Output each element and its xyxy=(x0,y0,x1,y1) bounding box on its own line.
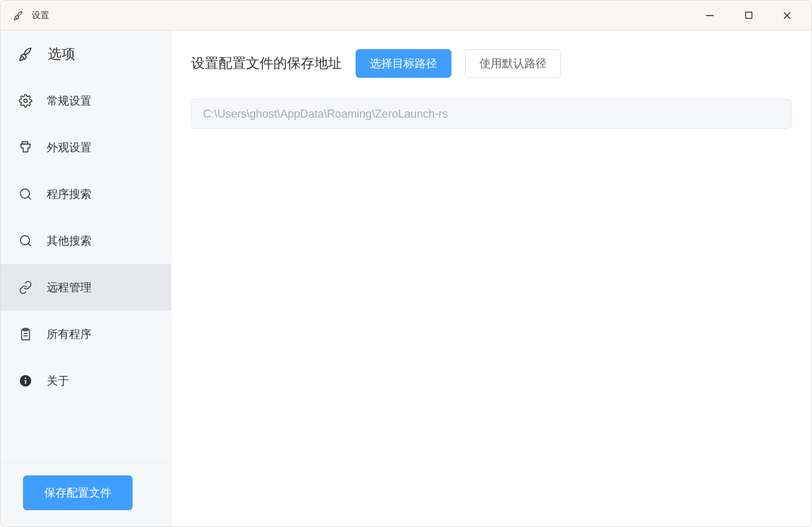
sidebar-item-options[interactable]: 选项 xyxy=(1,30,171,77)
search-icon xyxy=(18,187,33,202)
titlebar: 设置 xyxy=(1,1,811,30)
sidebar-item-remote[interactable]: 远程管理 xyxy=(1,264,171,310)
gear-icon xyxy=(18,93,33,108)
config-path-input xyxy=(191,99,791,129)
link-icon xyxy=(18,280,33,295)
nav-list: 选项 常规设置 外观设置 xyxy=(1,30,171,462)
svg-point-4 xyxy=(24,99,27,103)
sidebar-item-program-search[interactable]: 程序搜索 xyxy=(1,170,171,217)
window-controls xyxy=(691,1,806,30)
sidebar-item-label: 其他搜索 xyxy=(47,233,92,248)
close-button[interactable] xyxy=(768,1,806,30)
sidebar-item-label: 关于 xyxy=(47,373,69,388)
svg-point-14 xyxy=(25,377,27,379)
titlebar-left: 设置 xyxy=(13,10,691,21)
select-path-button[interactable]: 选择目标路径 xyxy=(356,49,451,78)
window-title: 设置 xyxy=(32,10,49,21)
sidebar-item-appearance[interactable]: 外观设置 xyxy=(1,124,171,170)
svg-rect-15 xyxy=(25,380,26,383)
content-area: 选项 常规设置 外观设置 xyxy=(1,30,811,526)
sidebar: 选项 常规设置 外观设置 xyxy=(1,30,171,526)
sidebar-item-general[interactable]: 常规设置 xyxy=(1,77,171,124)
info-icon xyxy=(18,373,33,388)
default-path-button[interactable]: 使用默认路径 xyxy=(465,49,561,78)
main-panel: 设置配置文件的保存地址 选择目标路径 使用默认路径 xyxy=(171,30,811,526)
sidebar-item-all-programs[interactable]: 所有程序 xyxy=(1,310,171,357)
sidebar-item-label: 远程管理 xyxy=(47,280,92,295)
sidebar-item-about[interactable]: 关于 xyxy=(1,357,171,404)
config-path-row: 设置配置文件的保存地址 选择目标路径 使用默认路径 xyxy=(191,49,791,78)
section-title: 设置配置文件的保存地址 xyxy=(191,54,342,73)
svg-line-8 xyxy=(28,243,31,246)
sidebar-item-label: 程序搜索 xyxy=(47,187,92,202)
sidebar-item-label: 选项 xyxy=(48,45,75,63)
appearance-icon xyxy=(18,140,33,155)
save-config-button[interactable]: 保存配置文件 xyxy=(23,475,133,510)
rocket-icon xyxy=(13,10,24,21)
sidebar-item-label: 外观设置 xyxy=(47,140,92,155)
maximize-button[interactable] xyxy=(729,1,768,30)
sidebar-item-label: 所有程序 xyxy=(47,327,92,342)
svg-rect-1 xyxy=(745,12,752,19)
sidebar-item-other-search[interactable]: 其他搜索 xyxy=(1,217,171,264)
sidebar-item-label: 常规设置 xyxy=(47,93,92,108)
search-icon xyxy=(18,233,33,248)
minimize-button[interactable] xyxy=(691,1,729,30)
svg-line-6 xyxy=(28,197,31,199)
sidebar-footer: 保存配置文件 xyxy=(1,462,171,526)
rocket-icon xyxy=(18,46,34,62)
clipboard-icon xyxy=(18,327,33,342)
